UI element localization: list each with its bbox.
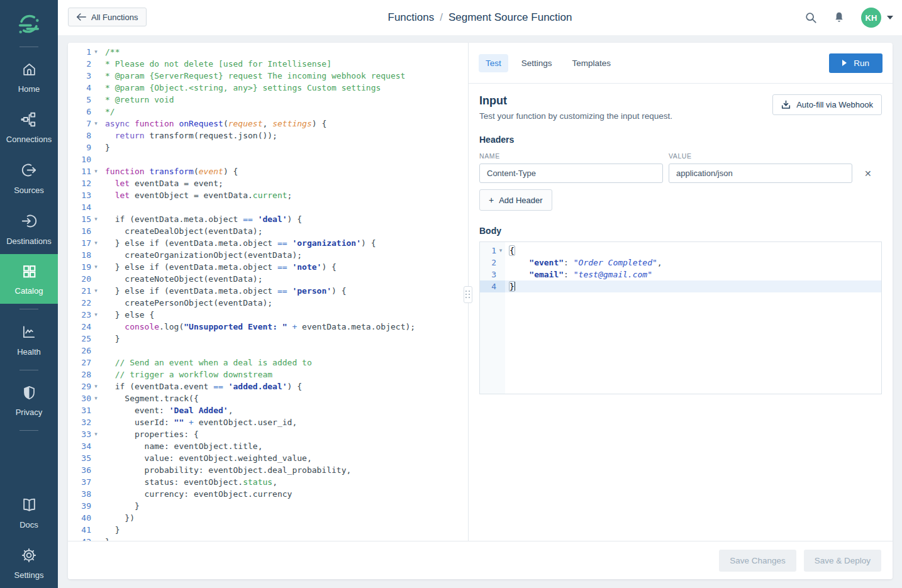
fold-marker-icon[interactable]: ▾ [91,428,101,440]
save-changes-button[interactable]: Save Changes [719,550,796,572]
run-button[interactable]: Run [829,53,883,73]
fold-marker-icon[interactable]: ▾ [91,380,101,392]
segment-logo-icon[interactable] [14,9,44,39]
code-line[interactable]: 41 } [68,524,468,536]
code-line[interactable]: 30▾ Segment.track({ [68,392,468,404]
code-text: properties: { [101,428,468,440]
sidebar-item-label: Home [18,84,40,94]
code-line[interactable]: 27 // Send an event when a deal is added… [68,357,468,369]
sources-icon [21,162,38,181]
code-line[interactable]: 7▾async function onRequest(request, sett… [68,118,468,130]
code-line[interactable]: 11▾function transform(event) { [68,165,468,177]
save-deploy-button[interactable]: Save & Deploy [804,550,881,572]
autofill-webhook-button[interactable]: Auto-fill via Webhook [772,94,882,115]
code-line[interactable]: 15▾ if (eventData.meta.object == 'deal')… [68,213,468,225]
search-icon[interactable] [805,11,817,24]
code-line[interactable]: 28 // trigger a workflow downstream [68,369,468,380]
body-json-line[interactable]: 1▾{ [480,245,881,257]
remove-header-icon[interactable]: ✕ [864,169,872,178]
code-line[interactable]: 8 return transform(request.json()); [68,130,468,141]
test-panel: TestSettingsTemplates Run Input Test you… [469,43,893,541]
code-line[interactable]: 39 } [68,500,468,512]
code-line[interactable]: 19▾ } else if (eventData.meta.object == … [68,261,468,273]
sidebar-item-catalog[interactable]: Catalog [0,254,58,304]
tab-test[interactable]: Test [479,54,508,72]
add-header-button[interactable]: + Add Header [479,189,552,211]
fold-marker-icon[interactable]: ▾ [91,285,101,297]
fold-marker-empty [91,130,101,141]
body-json-line[interactable]: 3 "email": "test@gmail.com" [480,269,881,280]
chevron-down-icon[interactable] [887,16,893,19]
body-json-line[interactable]: 2 "event": "Order Completed", [480,257,881,269]
fold-marker-icon[interactable]: ▾ [91,237,101,249]
fold-marker-icon[interactable]: ▾ [91,309,101,321]
code-line[interactable]: 5* @return void [68,94,468,106]
code-text: }) [101,512,468,524]
user-avatar[interactable]: KH [861,8,881,28]
fold-marker-icon[interactable]: ▾ [91,213,101,225]
code-line[interactable]: 10 [68,153,468,165]
code-line[interactable]: 20 createNoteObject(eventData); [68,273,468,285]
code-line[interactable]: 23▾ } else { [68,309,468,321]
sidebar-item-settings[interactable]: Settings [0,538,58,588]
resize-drag-handle-icon[interactable] [464,286,472,303]
sidebar-item-home[interactable]: Home [0,52,58,102]
sidebar-item-sources[interactable]: Sources [0,152,58,203]
fold-marker-icon[interactable]: ▾ [496,245,505,257]
line-number: 33 [68,428,91,440]
code-line[interactable]: 2* Please do not delete [used for Intell… [68,58,468,70]
body-json-editor[interactable]: 1▾{2 "event": "Order Completed",3 "email… [479,241,882,394]
line-number: 17 [68,237,91,249]
code-line[interactable]: 9} [68,141,468,153]
code-line[interactable]: 1▾/** [68,46,468,58]
body-json-line[interactable]: 4} [480,280,881,292]
sidebar-item-health[interactable]: Health [0,314,58,365]
code-line[interactable]: 13 let eventObject = eventData.current; [68,189,468,201]
fold-marker-icon[interactable]: ▾ [91,261,101,273]
code-line[interactable]: 22 createPersonObject(eventData); [68,297,468,309]
fold-marker-icon[interactable]: ▾ [91,165,101,177]
sidebar-item-connections[interactable]: Connections [0,102,58,152]
sidebar-divider [19,309,38,309]
code-line[interactable]: 4* @param {Object.<string, any>} setting… [68,82,468,94]
fold-marker-icon[interactable]: ▾ [91,118,101,130]
header-name-input[interactable] [479,164,663,183]
code-line[interactable]: 26 [68,345,468,357]
fold-marker-icon[interactable]: ▾ [91,46,101,58]
sidebar-item-docs[interactable]: Docs [0,487,58,538]
all-functions-back-button[interactable]: All Functions [68,8,147,26]
tab-settings[interactable]: Settings [515,54,559,72]
code-line[interactable]: 17▾ } else if (eventData.meta.object == … [68,237,468,249]
code-line[interactable]: 35 value: eventObject.weighted_value, [68,452,468,464]
code-line[interactable]: 42} [68,536,468,541]
code-line[interactable]: 25 } [68,333,468,345]
code-line[interactable]: 12 let eventData = event; [68,177,468,189]
code-line[interactable]: 37 status: eventObject.status, [68,476,468,488]
sidebar-item-privacy[interactable]: Privacy [0,375,58,425]
code-line[interactable]: 6*/ [68,106,468,118]
fold-marker-icon[interactable]: ▾ [91,392,101,404]
code-line[interactable]: 29▾ if (eventData.event == 'added.deal')… [68,380,468,392]
code-line[interactable]: 32 userId: "" + eventObject.user_id, [68,416,468,428]
tab-templates[interactable]: Templates [565,54,618,72]
breadcrumb-functions-link[interactable]: Functions [388,11,435,24]
code-line[interactable]: 24 console.log("Unsupported Event: " + e… [68,321,468,333]
code-line[interactable]: 14 [68,201,468,213]
sidebar-item-destinations[interactable]: Destinations [0,203,58,254]
code-line[interactable]: 33▾ properties: { [68,428,468,440]
code-text [101,345,468,357]
code-line[interactable]: 31 event: 'Deal Added', [68,404,468,416]
code-editor[interactable]: 1▾/**2* Please do not delete [used for I… [68,43,468,541]
code-line[interactable]: 3* @param {ServerRequest} request The in… [68,70,468,82]
notifications-bell-icon[interactable] [833,11,845,24]
code-line[interactable]: 40 }) [68,512,468,524]
code-line[interactable]: 38 currency: eventObject.currency [68,488,468,500]
code-line[interactable]: 36 probability: eventObject.deal_probabi… [68,464,468,476]
line-number: 25 [68,333,91,345]
code-line[interactable]: 21▾ } else if (eventData.meta.object == … [68,285,468,297]
code-line[interactable]: 34 name: eventObject.title, [68,440,468,452]
header-value-input[interactable] [669,164,852,183]
code-line[interactable]: 16 createDealObject(eventData); [68,225,468,237]
code-line[interactable]: 18 createOrganizationObject(eventData); [68,249,468,261]
line-number: 9 [68,141,91,153]
